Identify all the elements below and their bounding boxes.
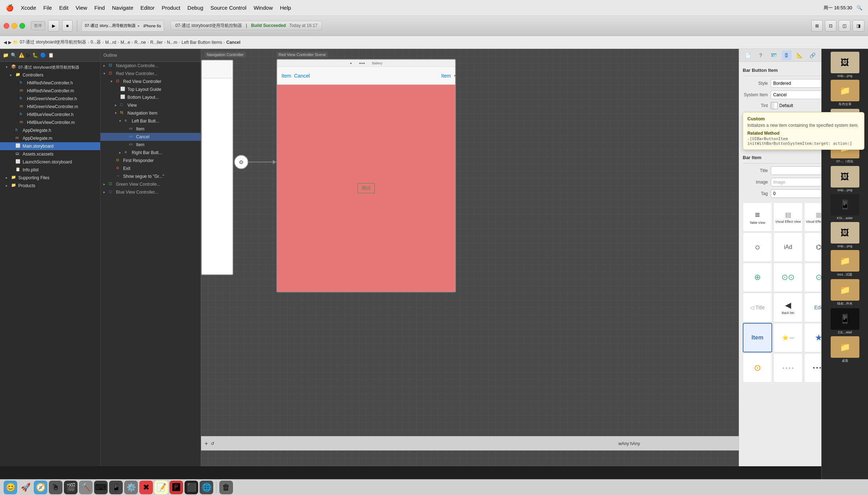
scheme-selector[interactable]: 07-通过 story....用导航控制器 ▸ iPhone 6s	[81, 20, 164, 32]
panel-btn-right[interactable]: ◨	[853, 20, 864, 32]
nav-icon-breakpoint[interactable]: 🔵	[40, 52, 46, 58]
refresh-btn[interactable]: ↺	[211, 441, 214, 446]
tree-item-infoplist[interactable]: ▸ 📋 Info.plist	[0, 166, 100, 174]
outline-top-layout[interactable]: ▸ ⬜ Top Layout Guide	[101, 85, 201, 93]
tree-item-hmblue-h[interactable]: ▸ h HMBlueViewController.h	[0, 111, 100, 119]
lib-item-dots1[interactable]: - - - -	[773, 353, 803, 383]
fullscreen-button[interactable]	[19, 23, 25, 29]
tree-item-launch-storyboard[interactable]: ▸ ⬜ LaunchScreen.storyboard	[0, 158, 100, 166]
breadcrumb-item-4[interactable]: R...ne	[134, 40, 146, 45]
nav-icon-log[interactable]: 📋	[48, 52, 54, 58]
cancel-item-canvas[interactable]: Cancel	[294, 73, 310, 79]
menu-file[interactable]: File	[43, 5, 52, 11]
dock-safari[interactable]: 🧭	[34, 481, 47, 494]
tree-item-project[interactable]: ▾ 📦 07-通过 storyboard使用导航控制器	[0, 63, 100, 71]
lib-item-navbar[interactable]: ◁ Title	[743, 293, 772, 322]
inspector-connections-icon[interactable]: 🔗	[807, 50, 817, 60]
desktop-icon-zhuomian[interactable]: 📁 桌面	[831, 336, 859, 363]
dock-terminal1[interactable]: ⌨	[94, 481, 108, 494]
layout-btn[interactable]: ⊡	[825, 20, 836, 32]
lib-item-constraints[interactable]: ⊕	[743, 263, 772, 292]
dock-terminal2[interactable]: ⬛	[185, 481, 198, 494]
red-vc-frame[interactable]: ●●●●Battery Item Cancel Item	[276, 59, 456, 292]
menu-window[interactable]: Window	[253, 5, 272, 11]
outline-nav-controller[interactable]: ▸ ⊡ Navigation Controlle...	[101, 62, 201, 70]
lib-item-iad[interactable]: iAd	[773, 232, 803, 262]
outline-exit[interactable]: ▸ ⊗ Exit	[101, 165, 201, 172]
run-button[interactable]: ▶	[48, 20, 59, 32]
tree-item-controllers[interactable]: ▸ 📁 Controllers	[0, 71, 100, 79]
add-btn[interactable]: +	[205, 440, 208, 447]
breadcrumb-nav-fwd[interactable]: ▶	[8, 40, 11, 45]
inspector-identity-icon[interactable]: 🪪	[769, 50, 779, 60]
view-controls[interactable]: ⊞	[811, 20, 823, 32]
dock-trash[interactable]: 🗑	[219, 481, 233, 494]
breadcrumb-item-8[interactable]: Cancel	[227, 40, 241, 45]
outline-right-bar-butt[interactable]: ▸ ≡ Right Bar Butt...	[101, 149, 201, 157]
nav-icon-source[interactable]: 🔍	[11, 52, 17, 58]
menu-help[interactable]: Help	[280, 5, 291, 11]
dock-hammer[interactable]: 🔨	[79, 481, 93, 494]
lib-item-circle2[interactable]: ⊙	[743, 353, 772, 383]
desktop-icon-snip3[interactable]: 🖼 snip....png	[831, 166, 859, 192]
nav-controller-frame[interactable]	[201, 60, 233, 275]
outline-green-vc[interactable]: ▸ ⊡ Green View Controlle...	[101, 180, 201, 188]
dock-settings[interactable]: ⚙️	[124, 481, 138, 494]
left-item-1[interactable]: Item	[281, 73, 291, 79]
tree-item-products[interactable]: ▸ 📁 Products	[0, 182, 100, 190]
outline-bottom-layout[interactable]: ▸ ⬜ Bottom Layout...	[101, 93, 201, 101]
outline-nav-item[interactable]: ▾ N Navigation Item	[101, 109, 201, 117]
menu-product[interactable]: Product	[162, 5, 180, 11]
menu-editor[interactable]: Editor	[140, 5, 154, 11]
inspector-attributes-icon[interactable]: 🎛	[781, 50, 792, 60]
close-button[interactable]	[4, 23, 9, 29]
inspector-quick-help-icon[interactable]: ?	[756, 50, 766, 60]
desktop-icon-snip1[interactable]: 🖼 snip....png	[831, 52, 859, 78]
tree-item-main-storyboard[interactable]: ▸ ⬜ Main.storyboard	[0, 142, 100, 150]
menu-navigate[interactable]: Navigate	[112, 5, 133, 11]
tree-item-hmgreen-h[interactable]: ▸ h HMGreenViewController.h	[0, 95, 100, 103]
outline-view[interactable]: ▸ □ View	[101, 101, 201, 109]
dock-finder[interactable]: 😊	[4, 481, 17, 494]
menu-find[interactable]: Find	[94, 5, 105, 11]
nav-icon-debug[interactable]: 🐛	[32, 52, 38, 58]
breadcrumb-nav-back[interactable]: ◀	[4, 40, 7, 45]
dock-browser[interactable]: 🌐	[200, 481, 213, 494]
storyboard-canvas[interactable]: Navigation Controller ⊙ Red View Control…	[201, 49, 739, 466]
desktop-icon-xumming[interactable]: 📁 续命...件夹	[831, 279, 859, 306]
lib-item-backbtn[interactable]: ◀ Back btn	[773, 293, 803, 322]
tint-swatch[interactable]	[771, 102, 778, 109]
nav-icon-folder[interactable]: 📁	[3, 52, 9, 58]
lib-item-visualeffect[interactable]: ▤ Visual Effect View	[773, 202, 803, 232]
menu-edit[interactable]: Edit	[59, 5, 69, 11]
inspector-file-icon[interactable]: 📄	[743, 50, 753, 60]
desktop-icon-zjl[interactable]: 📱 ZJL...etail	[831, 308, 859, 334]
dock-mouse[interactable]: 🖱	[49, 481, 62, 494]
desktop-icon-ios[interactable]: 📁 ios1...试题	[831, 250, 859, 277]
outline-cancel-item[interactable]: ▸ ▭ Cancel	[101, 133, 201, 141]
stop-button[interactable]: 暂停	[31, 21, 45, 30]
tree-item-hmgreen-m[interactable]: ▸ m HMGreenViewController.m	[0, 103, 100, 111]
menu-view[interactable]: View	[76, 5, 87, 11]
lib-item-baritem[interactable]: Item	[743, 323, 772, 352]
menu-source-control[interactable]: Source Control	[210, 5, 246, 11]
nav-icon-issue[interactable]: ⚠️	[19, 52, 24, 58]
outline-left-bar-butt[interactable]: ▾ ≡ Left Bar Butt...	[101, 117, 201, 125]
dock-photo[interactable]: 🎬	[64, 481, 78, 494]
breadcrumb-item-1[interactable]: 0...器	[90, 39, 101, 45]
panel-btn-left[interactable]: ◫	[839, 20, 850, 32]
tree-item-hmred-h[interactable]: ▸ h HMRedViewController.h	[0, 79, 100, 87]
search-menubar[interactable]: 🔍	[857, 5, 862, 10]
breadcrumb-item-5[interactable]: R...ller	[150, 40, 163, 45]
inspector-size-icon[interactable]: 📐	[794, 50, 804, 60]
outline-item-1[interactable]: ▸ ▭ Item	[101, 125, 201, 133]
tree-item-supporting[interactable]: ▸ 📁 Supporting Files	[0, 174, 100, 182]
lib-item-star-more[interactable]: ⭐ ···	[773, 323, 803, 352]
dock-xmind[interactable]: ✖	[139, 481, 153, 494]
breadcrumb-item-6[interactable]: N...m	[167, 40, 177, 45]
outline-red-vc-inner[interactable]: ▾ ⊡ Red View Controller	[101, 78, 201, 85]
dock-app1[interactable]: 📱	[109, 481, 123, 494]
outline-first-responder[interactable]: ▸ ⊙ First Responder	[101, 157, 201, 165]
nav-icon-test[interactable]: ▷	[27, 52, 30, 58]
outline-item-2[interactable]: ▸ ▭ Item	[101, 141, 201, 149]
